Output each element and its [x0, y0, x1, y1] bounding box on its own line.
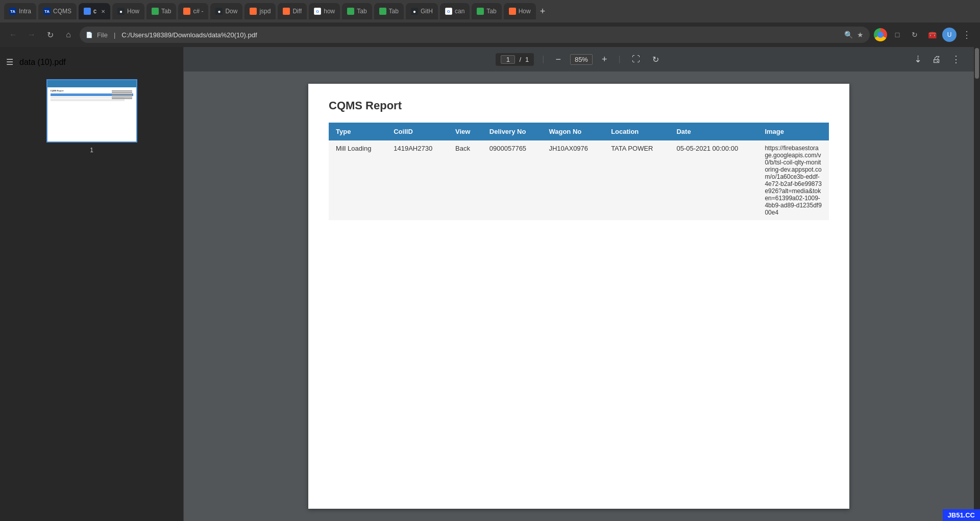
tab-tab3[interactable]: Tab [374, 3, 404, 19]
thumb-line-2 [112, 92, 132, 93]
tab-tab3-label: Tab [389, 8, 399, 15]
more-options-button[interactable]: ⋮ [948, 52, 964, 67]
tab-can-favicon: G [445, 8, 452, 15]
rotate-button[interactable]: ↻ [649, 53, 662, 66]
tab-how2[interactable]: How [504, 3, 536, 19]
tab-intra[interactable]: TA Intra [4, 3, 36, 19]
thumb-text-block [112, 90, 132, 100]
col-header-view: View [448, 123, 482, 140]
tab-intra-favicon: TA [9, 8, 16, 15]
address-text: C:/Users/198389/Downloads/data%20(10).pd… [121, 31, 840, 39]
new-tab-button[interactable]: + [540, 6, 546, 17]
pdf-right-controls: ⇣ 🖨 ⋮ [911, 52, 964, 67]
cell-location: TATA POWER [604, 140, 669, 220]
address-prefix: File [97, 31, 108, 39]
col-header-type: Type [329, 123, 386, 140]
page-separator: / [519, 56, 521, 63]
page-thumbnail[interactable]: CQMS Report [46, 79, 137, 143]
tab-tab2-label: Tab [357, 8, 366, 15]
tab-how[interactable]: ● How [112, 3, 144, 19]
pdf-viewer-area: / 1 | − 85% + | ⛶ ↻ ⇣ 🖨 ⋮ CQMS Report [184, 47, 974, 521]
tab-dow[interactable]: ● Dow [210, 3, 242, 19]
pdf-page: CQMS Report Type CoilID View Delivery No… [308, 84, 849, 509]
tab-diff-favicon [283, 8, 290, 15]
cell-date: 05-05-2021 00:00:00 [669, 140, 757, 220]
profile-avatar[interactable]: U [942, 28, 957, 42]
page-number-input[interactable] [501, 55, 515, 64]
thumb-line-1 [112, 90, 132, 91]
col-header-delivery: Delivery No [482, 123, 542, 140]
tab-active-label: c [93, 8, 96, 15]
tab-tab1[interactable]: Tab [146, 3, 176, 19]
pdf-content-scroll[interactable]: CQMS Report Type CoilID View Delivery No… [184, 72, 974, 521]
tab-git-label: GitH [421, 8, 433, 15]
refresh-icon[interactable]: ↻ [908, 28, 922, 42]
tab-ghow-favicon: G [314, 8, 321, 15]
download-button[interactable]: ⇣ [911, 52, 925, 67]
tab-tab2[interactable]: Tab [342, 3, 372, 19]
tab-tab1-label: Tab [161, 8, 171, 15]
zoom-level-display[interactable]: 85% [570, 54, 593, 65]
scrollbar-thumb[interactable] [975, 48, 979, 79]
tab-git[interactable]: ● GitH [406, 3, 438, 19]
home-button[interactable]: ⌂ [61, 28, 76, 42]
cell-view: Back [448, 140, 482, 220]
star-icon[interactable]: ★ [857, 31, 864, 39]
tab-ghow-label: how [324, 8, 335, 15]
tab-ghow[interactable]: G how [309, 3, 340, 19]
pdf-title: data (10).pdf [19, 58, 66, 67]
thumbnail-inner: CQMS Report [47, 80, 136, 141]
extensions-icon[interactable]: 🧰 [925, 28, 939, 42]
col-header-image: Image [757, 123, 829, 140]
tab-jspd[interactable]: jspd [244, 3, 276, 19]
browser-scrollbar[interactable] [974, 47, 980, 521]
thumbnail-area: CQMS Report 1 [38, 71, 145, 162]
tab-how2-label: How [519, 8, 531, 15]
toolbar-icons: □ ↻ 🧰 U ⋮ [874, 28, 974, 42]
pdf-viewer-toolbar: / 1 | − 85% + | ⛶ ↻ ⇣ 🖨 ⋮ [184, 47, 974, 72]
tab-can[interactable]: G can [440, 3, 470, 19]
thumb-line-4 [112, 95, 132, 96]
zoom-out-button[interactable]: − [552, 53, 564, 66]
col-header-coilid: CoilID [386, 123, 448, 140]
tab-sharp[interactable]: c# - [178, 3, 208, 19]
tab-close-icon[interactable]: ✕ [101, 9, 105, 14]
col-header-location: Location [604, 123, 669, 140]
cell-type: Mill Loading [329, 140, 386, 220]
reload-button[interactable]: ↻ [43, 28, 57, 42]
report-table: Type CoilID View Delivery No Wagon No Lo… [329, 123, 829, 220]
screen-share-icon[interactable]: □ [890, 28, 904, 42]
sidebar-panel: ☰ data (10).pdf CQMS Report [0, 47, 184, 521]
main-area: ☰ data (10).pdf CQMS Report [0, 47, 980, 521]
tab-can-label: can [455, 8, 464, 15]
thumb-line-6 [112, 98, 132, 99]
tab-cqms-label: CQMS [53, 8, 71, 15]
tab-jspd-label: jspd [259, 8, 271, 15]
thumbnail-page-number: 1 [90, 147, 93, 154]
thumb-header [47, 80, 136, 87]
forward-button[interactable]: → [24, 28, 39, 42]
print-button[interactable]: 🖨 [929, 52, 944, 67]
tab-intra-label: Intra [19, 8, 31, 15]
fit-page-button[interactable]: ⛶ [629, 53, 643, 66]
tab-tab1-favicon [152, 8, 159, 15]
zoom-in-button[interactable]: + [599, 53, 610, 66]
back-button[interactable]: ← [6, 28, 20, 42]
menu-icon[interactable]: ⋮ [960, 28, 974, 42]
divider-2: | [618, 55, 620, 64]
cell-coilid: 1419AH2730 [386, 140, 448, 220]
col-header-wagon: Wagon No [542, 123, 604, 140]
pdf-toolbar: ☰ data (10).pdf [0, 53, 183, 71]
tab-tab4[interactable]: Tab [472, 3, 501, 19]
hamburger-menu-icon[interactable]: ☰ [6, 57, 13, 67]
tab-active-pdf[interactable]: c ✕ [79, 3, 110, 19]
chrome-icon [874, 28, 887, 41]
bottom-badge: JB51.CC [943, 509, 980, 521]
tab-cqms[interactable]: TA CQMS [38, 3, 77, 19]
tab-active-favicon [84, 8, 91, 15]
address-bar[interactable]: 📄 File | C:/Users/198389/Downloads/data%… [80, 27, 870, 43]
tab-git-favicon: ● [411, 8, 418, 15]
tab-diff[interactable]: Diff [278, 3, 307, 19]
tab-sharp-label: c# - [193, 8, 203, 15]
table-header-row: Type CoilID View Delivery No Wagon No Lo… [329, 123, 829, 140]
